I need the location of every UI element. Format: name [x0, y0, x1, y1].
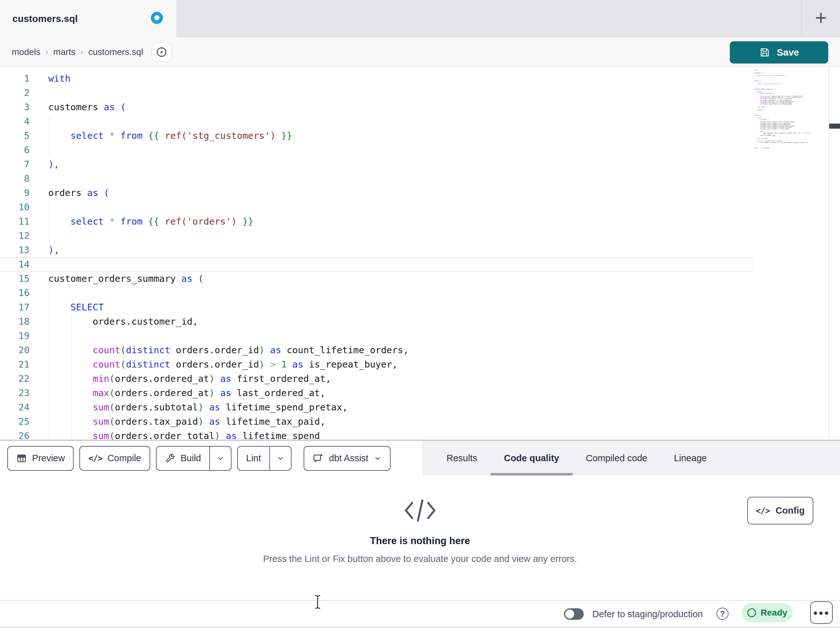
line-number: 13: [0, 243, 36, 257]
code-line-25[interactable]: 25 sum(orders.tax_paid) as lifetime_tax_…: [0, 414, 753, 429]
empty-state-subtitle: Press the Lint or Fix button above to ev…: [0, 554, 840, 564]
editor-actions: Preview </> Compile Build: [0, 441, 422, 476]
file-tab-customers-sql[interactable]: customers.sql: [0, 0, 176, 38]
code-line-10[interactable]: 10: [0, 200, 753, 214]
code-line-22[interactable]: 22 min(orders.ordered_at) as first_order…: [0, 372, 753, 386]
indent-guide: [49, 300, 49, 315]
save-button[interactable]: Save: [730, 41, 828, 63]
breadcrumb-file[interactable]: customers.sql: [88, 47, 143, 57]
line-number: 12: [0, 229, 36, 243]
line-number: 22: [0, 372, 36, 386]
code-text: sum(orders.tax_paid) as lifetime_tax_pai…: [36, 414, 753, 429]
code-text: sum(orders.subtotal) as lifetime_spend_p…: [36, 400, 753, 414]
code-line-18[interactable]: 18 orders.customer_id,: [0, 315, 753, 329]
table-icon: [16, 453, 27, 464]
status-circle-icon: [747, 608, 756, 617]
empty-state: There is nothing here Press the Lint or …: [0, 476, 840, 564]
code-line-14[interactable]: 14: [0, 257, 753, 272]
code-line-9[interactable]: 9orders as (: [0, 186, 753, 200]
code-line-2[interactable]: 2: [0, 86, 753, 100]
defer-toggle[interactable]: [564, 608, 584, 620]
indent-guide: [49, 129, 49, 143]
line-number: 21: [0, 358, 36, 372]
compile-button[interactable]: </> Compile: [79, 446, 150, 471]
config-button-label: Config: [775, 505, 805, 516]
tab-code-quality[interactable]: Code quality: [491, 441, 573, 476]
code-line-15[interactable]: 15customer_orders_summary as (: [0, 272, 753, 286]
indent-guide: [49, 229, 49, 243]
code-text: count(distinct orders.order_id) > 1 as i…: [36, 358, 753, 372]
line-number: 15: [0, 272, 36, 286]
lint-dropdown-toggle[interactable]: [270, 447, 291, 470]
indent-guide: [71, 343, 72, 358]
tab-results[interactable]: Results: [433, 441, 491, 476]
config-button[interactable]: </> Config: [747, 497, 813, 524]
indent-guide: [49, 358, 49, 372]
code-line-6[interactable]: 6: [0, 143, 753, 157]
indent-guide: [71, 329, 72, 343]
line-number: 8: [0, 172, 36, 186]
lint-button[interactable]: Lint: [237, 446, 292, 471]
line-number: 5: [0, 129, 36, 143]
code-icon: </>: [756, 506, 770, 516]
code-line-4[interactable]: 4: [0, 114, 753, 129]
line-number: 24: [0, 400, 36, 414]
code-editor[interactable]: 1with23customers as (45 select * from {{…: [0, 67, 840, 440]
navigate-compass-button[interactable]: [152, 43, 172, 62]
code-line-21[interactable]: 21 count(distinct orders.order_id) > 1 a…: [0, 358, 753, 372]
code-line-3[interactable]: 3customers as (: [0, 100, 753, 114]
code-line-8[interactable]: 8: [0, 172, 753, 186]
breadcrumb-models[interactable]: models: [12, 47, 40, 57]
code-text: [36, 200, 753, 214]
tab-bar: customers.sql +: [0, 0, 840, 38]
code-line-11[interactable]: 11 select * from {{ ref('orders') }}: [0, 214, 753, 229]
lint-button-label: Lint: [246, 453, 261, 463]
overflow-menu-button[interactable]: ●●●: [810, 601, 833, 624]
help-icon[interactable]: ?: [717, 607, 728, 620]
code-lines[interactable]: 1with23customers as (45 select * from {{…: [0, 71, 753, 440]
code-icon: </>: [88, 454, 102, 463]
indent-guide: [49, 315, 49, 329]
line-number: 9: [0, 186, 36, 200]
line-number: 11: [0, 214, 36, 229]
build-button[interactable]: Build: [156, 446, 232, 471]
code-text: sum(orders.order_total) as lifetime_spen…: [36, 429, 753, 440]
build-dropdown-toggle[interactable]: [210, 447, 231, 470]
code-line-1[interactable]: 1with: [0, 71, 753, 86]
code-line-26[interactable]: 26 sum(orders.order_total) as lifetime_s…: [0, 429, 753, 440]
code-line-7[interactable]: 7),: [0, 157, 753, 172]
code-line-12[interactable]: 12: [0, 229, 753, 243]
code-text: min(orders.ordered_at) as first_ordered_…: [36, 372, 753, 386]
tab-compiled-code[interactable]: Compiled code: [573, 441, 660, 476]
indent-guide: [71, 372, 72, 386]
code-line-23[interactable]: 23 max(orders.ordered_at) as last_ordere…: [0, 386, 753, 400]
code-text: with: [36, 71, 753, 86]
code-slash-icon: [0, 498, 840, 524]
scrollbar-thumb[interactable]: [829, 123, 840, 129]
editor-scrollbar[interactable]: [829, 67, 840, 440]
tab-lineage[interactable]: Lineage: [660, 441, 720, 476]
code-text: [36, 229, 753, 243]
dbt-assist-button[interactable]: dbt Assist: [303, 446, 391, 471]
indent-guide: [49, 343, 49, 358]
compass-icon: [156, 46, 167, 58]
code-line-19[interactable]: 19: [0, 329, 753, 343]
code-line-20[interactable]: 20 count(distinct orders.order_id) as co…: [0, 343, 753, 358]
minimap[interactable]: with customers as ( select * from {{ ref…: [754, 67, 828, 440]
code-line-5[interactable]: 5 select * from {{ ref('stg_customers') …: [0, 129, 753, 143]
line-number: 19: [0, 329, 36, 343]
code-line-24[interactable]: 24 sum(orders.subtotal) as lifetime_spen…: [0, 400, 753, 414]
new-tab-button[interactable]: +: [815, 8, 827, 28]
line-number: 23: [0, 386, 36, 400]
line-number: 7: [0, 157, 36, 172]
code-text: customer_orders_summary as (: [36, 272, 753, 286]
code-text: [36, 86, 753, 100]
code-line-17[interactable]: 17 SELECT: [0, 300, 753, 315]
line-number: 1: [0, 71, 36, 86]
preview-button[interactable]: Preview: [7, 446, 74, 471]
code-line-16[interactable]: 16: [0, 286, 753, 300]
indent-guide: [49, 214, 49, 229]
code-line-13[interactable]: 13),: [0, 243, 753, 257]
breadcrumb-marts[interactable]: marts: [53, 47, 76, 57]
code-text: select * from {{ ref('orders') }}: [36, 214, 753, 229]
